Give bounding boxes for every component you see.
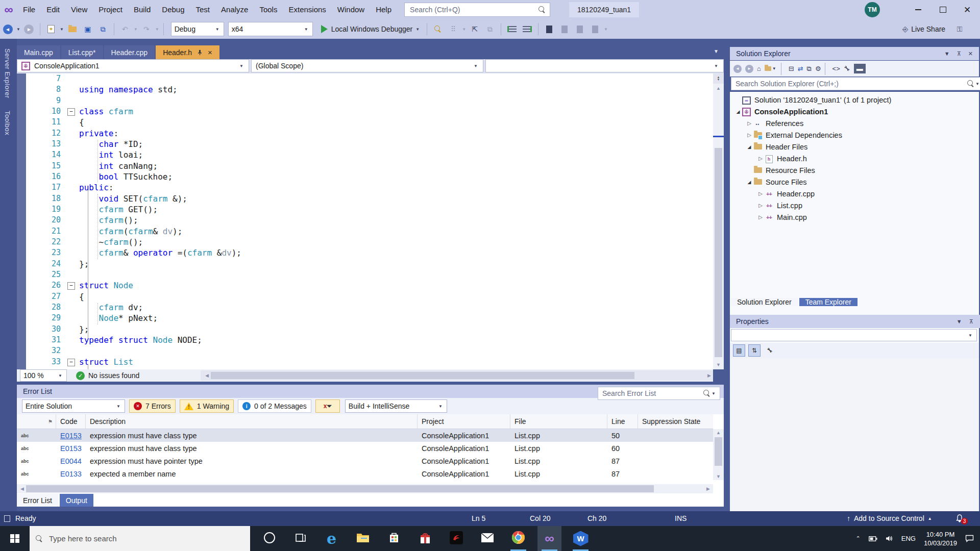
tree-item-references[interactable]: ▷▪▪References xyxy=(730,117,979,129)
code-line[interactable]: 9 xyxy=(17,95,713,106)
output-tab[interactable]: Output xyxy=(60,494,93,507)
code-line[interactable]: 18 void SET(cfarm &); xyxy=(17,193,713,204)
error-scope-dropdown[interactable]: Entire Solution▼ xyxy=(22,399,125,413)
menu-window[interactable]: Window xyxy=(332,0,370,19)
menu-debug[interactable]: Debug xyxy=(156,0,190,19)
error-row[interactable]: abcE0153expression must have class typeC… xyxy=(17,442,713,455)
status-column[interactable]: Col 20 xyxy=(530,511,550,526)
new-dropdown-icon[interactable]: ▼ xyxy=(60,27,64,32)
collapse-all-icon[interactable]: ⊟ xyxy=(789,65,794,72)
code-line[interactable]: 24}; xyxy=(17,259,713,269)
properties-object-dropdown[interactable]: ▼ xyxy=(731,329,977,341)
code-cell[interactable]: E0044 xyxy=(56,457,86,465)
code-line[interactable]: 33−struct List xyxy=(17,357,713,367)
scroll-thumb[interactable] xyxy=(715,148,722,357)
code-cell[interactable]: E0153 xyxy=(56,444,86,453)
error-code-link[interactable]: E0153 xyxy=(60,432,82,440)
visual-studio-taskbar-button[interactable]: ∞ xyxy=(537,526,561,551)
expand-arrow-icon[interactable]: ▷ xyxy=(756,203,765,208)
hidden-icons-chevron[interactable]: ⌃ xyxy=(856,535,861,542)
col-code[interactable]: Code xyxy=(56,414,86,429)
maximize-button[interactable] xyxy=(931,0,954,19)
start-debugging-button[interactable]: Local Windows Debugger▼ xyxy=(318,22,424,36)
tab-header-cpp[interactable]: Header.cpp xyxy=(104,45,155,59)
undo-icon[interactable]: ↶ xyxy=(119,23,131,35)
code-line[interactable]: 17public: xyxy=(17,182,713,193)
scroll-thumb[interactable] xyxy=(715,437,722,466)
status-insert-mode[interactable]: INS xyxy=(675,511,687,526)
code-cell[interactable]: E0133 xyxy=(56,470,86,478)
window-position-dropdown-icon[interactable]: ▼ xyxy=(944,51,950,57)
code-line[interactable]: 32 xyxy=(17,345,713,356)
view-code-icon[interactable]: <> xyxy=(832,65,840,72)
copy-doc-icon[interactable]: ⧉ xyxy=(484,23,496,35)
menu-tools[interactable]: Tools xyxy=(254,0,283,19)
save-icon[interactable]: ▣ xyxy=(82,23,94,35)
home-icon[interactable]: ⌂ xyxy=(757,65,761,72)
code-line[interactable]: 10−class cfarm xyxy=(17,106,713,117)
tab-header-h[interactable]: Header.h× xyxy=(156,45,219,59)
code-line[interactable]: 30}; xyxy=(17,324,713,335)
error-row[interactable]: abcE0153expression must have class typeC… xyxy=(17,429,713,442)
toolbox-vertical-tab[interactable]: Toolbox xyxy=(4,111,11,135)
error-list-tab[interactable]: Error List xyxy=(17,494,58,507)
navigate-back-icon[interactable]: ◄ xyxy=(2,23,14,35)
type-scope-dropdown[interactable]: (Global Scope)▼ xyxy=(251,59,483,72)
tree-item-main-cpp[interactable]: ▷++Main.cpp xyxy=(730,211,979,223)
build-intellisense-dropdown[interactable]: Build + IntelliSense▼ xyxy=(345,399,447,413)
code-line[interactable]: 13 char *ID; xyxy=(17,139,713,149)
code-line[interactable]: 16 bool TTSuckhoe; xyxy=(17,171,713,182)
solution-search-input[interactable] xyxy=(734,79,967,88)
code-line[interactable]: 8using namespace std; xyxy=(17,84,713,95)
configuration-dropdown[interactable]: Debug▼ xyxy=(171,22,224,36)
code-line[interactable]: 15 int canNang; xyxy=(17,161,713,171)
menu-edit[interactable]: Edit xyxy=(41,0,65,19)
redo-icon[interactable]: ↷ xyxy=(140,23,153,35)
code-line[interactable]: 29 Node* pNext; xyxy=(17,313,713,323)
code-health-indicator[interactable]: ✓ No issues found xyxy=(76,371,139,380)
error-search-box[interactable]: ▼ xyxy=(598,387,720,400)
menu-file[interactable]: File xyxy=(17,0,41,19)
error-list-vertical-scrollbar[interactable]: ▲ ▼ xyxy=(713,429,724,480)
solution-search-box[interactable]: ▼ xyxy=(731,77,980,90)
tree-item-source-files[interactable]: ◢Source Files xyxy=(730,176,979,188)
open-file-icon[interactable] xyxy=(66,23,79,35)
col-line[interactable]: Line xyxy=(607,414,638,429)
code-line[interactable]: 27{ xyxy=(17,291,713,302)
code-cell[interactable]: E0153 xyxy=(56,432,86,440)
collapse-arrow-icon[interactable]: ◢ xyxy=(745,180,753,185)
team-explorer-tab[interactable]: Team Explorer xyxy=(799,298,857,306)
indent-increase-icon[interactable] xyxy=(521,23,533,35)
col-file[interactable]: File xyxy=(510,414,607,429)
search-dropdown-icon[interactable]: ▼ xyxy=(975,82,979,86)
menu-extensions[interactable]: Extensions xyxy=(283,0,331,19)
errors-filter-button[interactable]: ✕7 Errors xyxy=(129,399,176,413)
taskbar-search-box[interactable] xyxy=(30,526,250,551)
close-button[interactable]: ✕ xyxy=(955,0,979,19)
forward-icon[interactable]: ► xyxy=(745,65,753,73)
code-line[interactable]: 22 ~cfarm(); xyxy=(17,237,713,247)
bookmark-icon[interactable] xyxy=(543,23,555,35)
action-center-icon[interactable] xyxy=(965,535,974,542)
menu-project[interactable]: Project xyxy=(93,0,128,19)
battery-icon[interactable] xyxy=(869,536,877,542)
menu-view[interactable]: View xyxy=(65,0,93,19)
feedback-icon[interactable]: ⚿ xyxy=(953,23,966,35)
code-line[interactable]: 31typedef struct Node NODE; xyxy=(17,335,713,345)
tree-item-resource-files[interactable]: Resource Files xyxy=(730,164,979,176)
collapse-icon[interactable]: − xyxy=(67,359,75,366)
quick-search-box[interactable] xyxy=(404,3,550,17)
quick-search-input[interactable] xyxy=(409,5,538,14)
chrome-taskbar-button[interactable] xyxy=(506,526,530,551)
editor-vertical-scrollbar[interactable]: ▲▼ ▲ ▼ xyxy=(713,73,724,369)
warnings-filter-button[interactable]: !1 Warning xyxy=(180,399,234,413)
close-icon[interactable]: ✕ xyxy=(968,51,973,57)
language-indicator[interactable]: ENG xyxy=(901,535,916,542)
w-app-taskbar-button[interactable]: W xyxy=(569,526,593,551)
menu-analyze[interactable]: Analyze xyxy=(215,0,254,19)
categorized-icon[interactable]: ▤ xyxy=(733,344,745,357)
code-line[interactable]: 25 xyxy=(17,269,713,280)
menu-build[interactable]: Build xyxy=(128,0,156,19)
expand-arrow-icon[interactable]: ▷ xyxy=(756,214,765,220)
code-editor[interactable]: 78using namespace std;910−class cfarm11{… xyxy=(17,73,713,369)
